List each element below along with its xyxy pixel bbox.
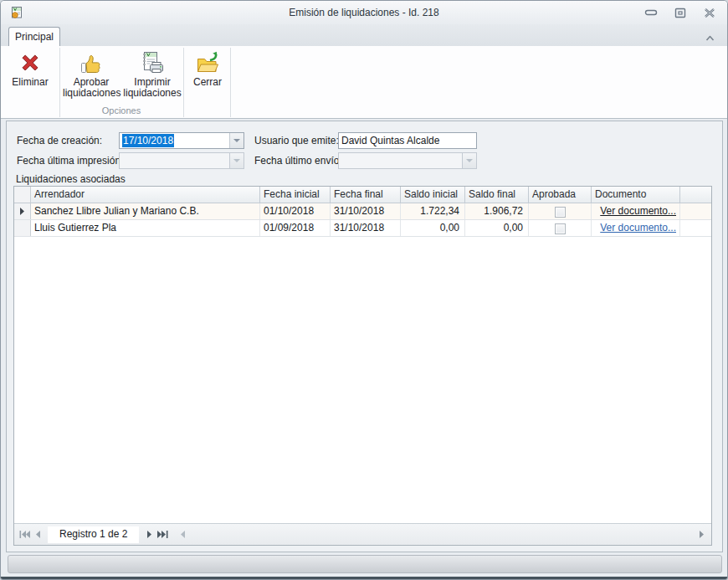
cell-fecha-final[interactable]: 31/10/2018 [331, 220, 401, 236]
cell-aprobada[interactable] [529, 220, 592, 236]
fecha-creacion-field[interactable]: 17/10/2018 [119, 132, 244, 149]
aprobar-liquidaciones-button[interactable]: Aprobar liquidaciones [63, 48, 120, 105]
content-panel: Fecha de creación: 17/10/2018 Usuario qu… [6, 121, 723, 552]
cell-saldo-final[interactable]: 0,00 [465, 220, 529, 236]
eliminar-label: Eliminar [3, 77, 57, 88]
column-header-filler [680, 187, 711, 203]
chevron-down-icon [233, 159, 240, 162]
thumbs-up-icon [78, 49, 105, 76]
column-header-fecha-final[interactable]: Fecha final [331, 187, 401, 203]
ribbon-group-caption: Opciones [59, 105, 183, 115]
row-indicator-cell [14, 220, 31, 236]
table-row[interactable]: Lluis Gutierrez Pla 01/09/2018 31/10/201… [14, 220, 711, 237]
ribbon-separator [183, 48, 184, 117]
cerrar-label: Cerrar [186, 77, 229, 88]
print-document-icon [139, 49, 166, 76]
column-header-arrendador[interactable]: Arrendador [31, 187, 260, 203]
cerrar-button[interactable]: Cerrar [186, 48, 229, 105]
fecha-envio-field[interactable] [338, 152, 477, 169]
record-counter: Registro 1 de 2 [48, 526, 139, 543]
usuario-emite-value: David Quintas Alcalde [341, 135, 439, 146]
scroll-left-button[interactable] [176, 527, 189, 542]
imprimir-label: Imprimir liquidaciones [123, 77, 182, 99]
previous-record-button[interactable] [31, 527, 44, 542]
cell-saldo-inicial[interactable]: 0,00 [401, 220, 465, 236]
column-header-saldo-inicial[interactable]: Saldo inicial [401, 187, 465, 203]
close-button[interactable] [700, 6, 719, 19]
app-window: Emisión de liquidaciones - Id. 218 Princ… [0, 0, 728, 580]
cell-fecha-inicial[interactable]: 01/09/2018 [260, 220, 331, 236]
fecha-impresion-label: Fecha última impresión: [17, 155, 123, 167]
status-bar [8, 555, 722, 573]
delete-x-icon [17, 49, 44, 76]
cell-saldo-final[interactable]: 1.906,72 [465, 203, 529, 219]
column-header-saldo-final[interactable]: Saldo final [465, 187, 529, 203]
column-header-aprobada[interactable]: Aprobada [529, 187, 592, 203]
restore-button[interactable] [671, 6, 690, 19]
aprobada-checkbox[interactable] [555, 223, 566, 234]
last-record-button[interactable] [156, 527, 169, 542]
chevron-down-icon [466, 159, 473, 162]
cell-filler [680, 220, 711, 236]
chevron-down-icon [233, 139, 240, 142]
tab-principal[interactable]: Principal [8, 27, 60, 46]
ribbon-separator [230, 48, 231, 117]
grid-header-row: Arrendador Fecha inicial Fecha final Sal… [14, 187, 711, 203]
liquidaciones-grid: Arrendador Fecha inicial Fecha final Sal… [13, 186, 712, 546]
fecha-envio-label: Fecha último envío: [254, 155, 342, 167]
current-row-arrow-icon [20, 208, 24, 215]
ver-documento-link[interactable]: Ver documento... [600, 222, 676, 234]
cell-fecha-final[interactable]: 31/10/2018 [331, 203, 401, 219]
fecha-impresion-field[interactable] [119, 152, 244, 169]
cell-filler [680, 203, 711, 219]
fecha-envio-dropdown-button[interactable] [462, 153, 476, 168]
usuario-emite-field[interactable]: David Quintas Alcalde [338, 132, 477, 149]
cell-documento: Ver documento... [592, 220, 680, 236]
window-bottom-border [1, 577, 727, 579]
cell-aprobada[interactable] [529, 203, 592, 219]
imprimir-liquidaciones-button[interactable]: Imprimir liquidaciones [123, 48, 182, 105]
cell-documento: Ver documento... [592, 203, 680, 219]
cell-arrendador[interactable]: Lluis Gutierrez Pla [31, 220, 260, 236]
row-indicator-header [14, 187, 31, 203]
ribbon-tab-row: Principal [1, 24, 727, 46]
ribbon: Eliminar Aprobar liquidaciones [1, 46, 727, 119]
titlebar: Emisión de liquidaciones - Id. 218 [1, 1, 727, 24]
scroll-right-button[interactable] [695, 527, 708, 542]
ver-documento-link[interactable]: Ver documento... [600, 205, 676, 217]
grid-empty-area [14, 237, 711, 523]
column-header-documento[interactable]: Documento [592, 187, 680, 203]
close-folder-icon [194, 49, 221, 76]
grid-caption: Liquidaciones asociadas [16, 173, 126, 185]
first-record-button[interactable] [18, 527, 31, 542]
row-indicator-cell [14, 203, 31, 219]
fecha-impresion-dropdown-button[interactable] [229, 153, 244, 168]
column-header-fecha-inicial[interactable]: Fecha inicial [260, 187, 331, 203]
cell-fecha-inicial[interactable]: 01/10/2018 [260, 203, 331, 219]
aprobar-label: Aprobar liquidaciones [63, 77, 120, 99]
fecha-creacion-value: 17/10/2018 [122, 134, 174, 147]
cell-arrendador[interactable]: Sanchez Llibre Julian y Mariano C.B. [31, 203, 260, 219]
fecha-creacion-dropdown-button[interactable] [229, 133, 244, 148]
usuario-emite-label: Usuario que emite: [254, 135, 339, 146]
record-navigator: Registro 1 de 2 [14, 523, 711, 545]
window-title: Emisión de liquidaciones - Id. 218 [1, 7, 727, 18]
eliminar-button[interactable]: Eliminar [3, 48, 57, 105]
aprobada-checkbox[interactable] [555, 207, 566, 218]
ribbon-collapse-button[interactable] [705, 30, 715, 45]
minimize-button[interactable] [642, 6, 660, 19]
cell-saldo-inicial[interactable]: 1.722,34 [401, 203, 465, 219]
next-record-button[interactable] [142, 527, 156, 542]
table-row[interactable]: Sanchez Llibre Julian y Mariano C.B. 01/… [14, 203, 711, 220]
fecha-creacion-label: Fecha de creación: [17, 135, 102, 146]
